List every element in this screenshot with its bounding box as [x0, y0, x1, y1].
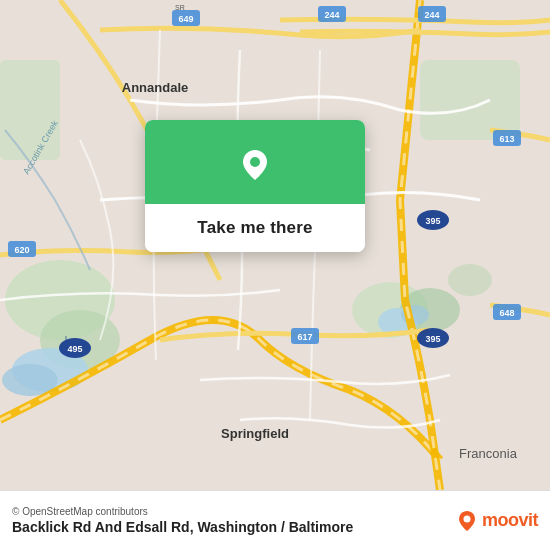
location-title: Backlick Rd And Edsall Rd, Washington / …	[12, 519, 353, 535]
svg-text:Annandale: Annandale	[122, 80, 188, 95]
svg-rect-5	[0, 60, 60, 160]
map-container: 649 SR 244 244 613 620 617 495 I 395 395…	[0, 0, 550, 490]
svg-rect-4	[420, 60, 520, 140]
svg-text:495: 495	[67, 344, 82, 354]
popup-icon-area	[145, 120, 365, 204]
svg-point-7	[448, 264, 492, 296]
attribution-text: © OpenStreetMap contributors	[12, 506, 353, 517]
svg-text:Springfield: Springfield	[221, 426, 289, 441]
svg-text:613: 613	[499, 134, 514, 144]
svg-text:I: I	[65, 335, 67, 342]
svg-text:649: 649	[178, 14, 193, 24]
svg-text:617: 617	[297, 332, 312, 342]
svg-text:395: 395	[425, 334, 440, 344]
bottom-info: © OpenStreetMap contributors Backlick Rd…	[12, 506, 353, 535]
svg-text:244: 244	[324, 10, 339, 20]
bottom-bar: © OpenStreetMap contributors Backlick Rd…	[0, 490, 550, 550]
take-me-there-button[interactable]: Take me there	[145, 204, 365, 252]
location-pin-icon	[233, 142, 277, 186]
svg-text:244: 244	[424, 10, 439, 20]
svg-text:620: 620	[14, 245, 29, 255]
moovit-brand-text: moovit	[482, 510, 538, 531]
svg-text:SR: SR	[175, 4, 185, 11]
svg-text:648: 648	[499, 308, 514, 318]
moovit-logo: moovit	[456, 510, 538, 532]
svg-text:Franconia: Franconia	[459, 446, 518, 461]
moovit-pin-icon	[456, 510, 478, 532]
svg-point-39	[250, 157, 260, 167]
svg-text:395: 395	[425, 216, 440, 226]
popup-card: Take me there	[145, 120, 365, 252]
svg-point-40	[463, 515, 470, 522]
